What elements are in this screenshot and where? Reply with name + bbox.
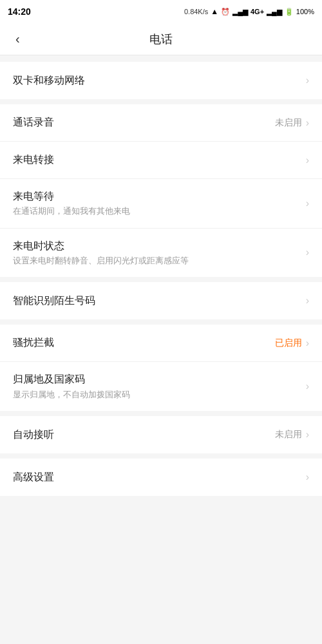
status-icons: 0.84K/s ▲ ⏰ ▂▄▆ 4G+ ▂▄▆ 🔋 100%: [184, 7, 314, 16]
menu-item-left-auto-answer: 自动接听: [13, 428, 275, 442]
menu-item-status-harassment-block: 已启用: [275, 337, 302, 349]
section-auto-settings: 自动接听未启用›: [0, 416, 322, 453]
chevron-icon-dual-sim-network: ›: [306, 75, 309, 86]
menu-item-call-forwarding[interactable]: 来电转接›: [0, 142, 322, 179]
status-time-container: 14:20: [8, 6, 31, 17]
menu-item-title-auto-answer: 自动接听: [13, 428, 275, 442]
menu-item-auto-answer[interactable]: 自动接听未启用›: [0, 416, 322, 453]
back-button[interactable]: ‹: [10, 26, 25, 52]
menu-item-call-recording[interactable]: 通话录音未启用›: [0, 104, 322, 142]
menu-item-title-call-forwarding: 来电转接: [13, 153, 306, 167]
menu-item-title-smart-identify-stranger: 智能识别陌生号码: [13, 294, 306, 308]
bluetooth-icon: ▲: [211, 7, 218, 16]
menu-item-left-call-forwarding: 来电转接: [13, 153, 306, 167]
menu-item-title-call-waiting: 来电等待: [13, 189, 306, 204]
network-speed: 0.84K/s: [184, 8, 208, 15]
top-bar: ‹ 电话: [0, 23, 322, 55]
section-dual-sim: 双卡和移动网络›: [0, 62, 322, 99]
menu-item-location-country[interactable]: 归属地及国家码显示归属地，不自动加拨国家码›: [0, 362, 322, 411]
menu-item-right-call-recording: 未启用›: [275, 117, 309, 129]
menu-item-status-call-recording: 未启用: [275, 117, 302, 129]
menu-item-subtitle-call-waiting: 在通话期间，通知我有其他来电: [13, 205, 306, 217]
menu-item-left-call-waiting: 来电等待在通话期间，通知我有其他来电: [13, 189, 306, 218]
section-block-settings: 骚扰拦截已启用›归属地及国家码显示归属地，不自动加拨国家码›: [0, 325, 322, 411]
menu-item-subtitle-location-country: 显示归属地，不自动加拨国家码: [13, 389, 306, 401]
menu-item-smart-identify-stranger[interactable]: 智能识别陌生号码›: [0, 282, 322, 319]
menu-item-left-call-recording: 通话录音: [13, 115, 275, 129]
menu-item-left-advanced-settings: 高级设置: [13, 470, 306, 484]
menu-item-right-smart-identify-stranger: ›: [306, 295, 309, 307]
network-type: 4G+: [251, 8, 264, 15]
alarm-icon: ⏰: [221, 8, 230, 16]
menu-item-right-call-waiting: ›: [306, 198, 309, 209]
menu-item-subtitle-incoming-status: 设置来电时翻转静音、启用闪光灯或距离感应等: [13, 255, 306, 267]
menu-item-advanced-settings[interactable]: 高级设置›: [0, 459, 322, 496]
chevron-icon-call-recording: ›: [306, 117, 309, 129]
chevron-icon-auto-answer: ›: [306, 429, 309, 440]
page-title: 电话: [149, 32, 173, 47]
section-advanced: 高级设置›: [0, 459, 322, 496]
chevron-icon-call-forwarding: ›: [306, 155, 309, 166]
chevron-icon-incoming-status: ›: [306, 247, 309, 258]
menu-item-right-advanced-settings: ›: [306, 471, 309, 483]
section-call-settings: 通话录音未启用›来电转接›来电等待在通话期间，通知我有其他来电›来电时状态设置来…: [0, 104, 322, 277]
menu-item-left-incoming-status: 来电时状态设置来电时翻转静音、启用闪光灯或距离感应等: [13, 239, 306, 267]
menu-item-right-auto-answer: 未启用›: [275, 429, 309, 440]
menu-item-title-harassment-block: 骚扰拦截: [13, 336, 275, 350]
menu-item-title-call-recording: 通话录音: [13, 115, 275, 129]
battery-icon: 🔋: [285, 8, 294, 16]
section-smart-identify: 智能识别陌生号码›: [0, 282, 322, 319]
menu-item-right-call-forwarding: ›: [306, 155, 309, 166]
menu-item-left-location-country: 归属地及国家码显示归属地，不自动加拨国家码: [13, 372, 306, 401]
menu-item-left-dual-sim-network: 双卡和移动网络: [13, 73, 306, 88]
chevron-icon-advanced-settings: ›: [306, 471, 309, 483]
menu-item-left-smart-identify-stranger: 智能识别陌生号码: [13, 294, 306, 308]
menu-item-right-dual-sim-network: ›: [306, 75, 309, 86]
menu-item-call-waiting[interactable]: 来电等待在通话期间，通知我有其他来电›: [0, 179, 322, 229]
menu-item-title-incoming-status: 来电时状态: [13, 239, 306, 253]
chevron-icon-location-country: ›: [306, 381, 309, 392]
chevron-icon-call-waiting: ›: [306, 198, 309, 209]
menu-item-right-location-country: ›: [306, 381, 309, 392]
menu-item-harassment-block[interactable]: 骚扰拦截已启用›: [0, 325, 322, 362]
signal-icon: ▂▄▆: [232, 8, 248, 16]
menu-item-right-incoming-status: ›: [306, 247, 309, 258]
chevron-icon-smart-identify-stranger: ›: [306, 295, 309, 307]
menu-item-title-dual-sim-network: 双卡和移动网络: [13, 73, 306, 88]
menu-item-left-harassment-block: 骚扰拦截: [13, 336, 275, 350]
status-bar: 14:20 0.84K/s ▲ ⏰ ▂▄▆ 4G+ ▂▄▆ 🔋 100%: [0, 0, 322, 23]
menu-item-title-location-country: 归属地及国家码: [13, 372, 306, 386]
menu-item-dual-sim-network[interactable]: 双卡和移动网络›: [0, 62, 322, 99]
menu-item-status-auto-answer: 未启用: [275, 429, 302, 440]
menu-item-title-advanced-settings: 高级设置: [13, 470, 306, 484]
menu-item-right-harassment-block: 已启用›: [275, 337, 309, 349]
status-time: 14:20: [8, 6, 31, 17]
signal-icon-2: ▂▄▆: [267, 8, 282, 16]
menu-item-incoming-status[interactable]: 来电时状态设置来电时翻转静音、启用闪光灯或距离感应等›: [0, 229, 322, 278]
main-content: 双卡和移动网络›通话录音未启用›来电转接›来电等待在通话期间，通知我有其他来电›…: [0, 55, 322, 507]
chevron-icon-harassment-block: ›: [306, 337, 309, 349]
battery-level: 100%: [296, 8, 314, 15]
